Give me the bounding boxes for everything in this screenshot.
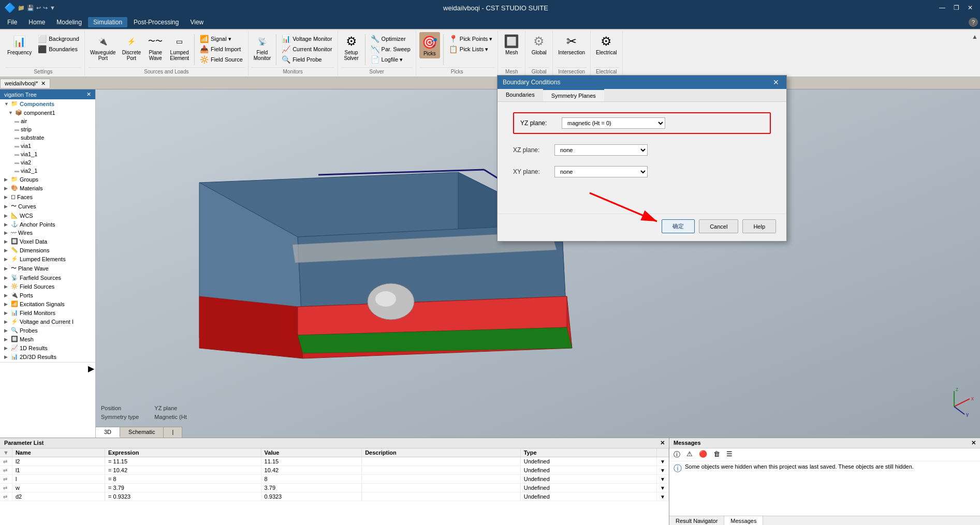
table-row[interactable]: ⇄ w = 3.79 3.79 Undefined ▼ xyxy=(0,484,669,492)
ribbon-collapse-button[interactable]: ▲ xyxy=(972,33,978,40)
ribbon-btn-electrical[interactable]: ⚙ Electrical xyxy=(594,32,619,56)
table-row[interactable]: ⇄ d2 = 0.9323 0.9323 Undefined ▼ xyxy=(0,492,669,501)
ribbon-btn-discrete-port[interactable]: ⚡ DiscretePort xyxy=(120,32,143,62)
nav-tree-close[interactable]: ✕ xyxy=(86,91,91,98)
ribbon-btn-background[interactable]: ⬜Background xyxy=(36,34,81,43)
tree-item-via1[interactable]: ▬ via1 xyxy=(0,142,95,150)
tab-result-navigator[interactable]: Result Navigator xyxy=(669,516,724,525)
ribbon-btn-field-import[interactable]: 📥Field Import xyxy=(198,44,245,54)
tree-item-wires[interactable]: ▶ 〰Wires xyxy=(0,229,95,237)
tree-item-faces[interactable]: ▶ ◻Faces xyxy=(0,192,95,201)
menu-post-processing[interactable]: Post-Processing xyxy=(128,17,184,27)
param-list-close[interactable]: ✕ xyxy=(660,440,665,446)
ribbon-btn-pick-lists[interactable]: 📋Pick Lists ▾ xyxy=(447,44,494,54)
msg-tool-5[interactable]: ☰ xyxy=(724,449,735,460)
tree-item-lumped-elements[interactable]: ▶ ⚡Lumped Elements xyxy=(0,254,95,263)
menu-view[interactable]: View xyxy=(185,17,209,27)
ribbon-btn-field-monitor[interactable]: 📡 FieldMonitor xyxy=(252,32,273,62)
ribbon-btn-intersection[interactable]: ✂ Intersection xyxy=(556,32,587,56)
tree-item-2d3d-results[interactable]: ▶ 📊2D/3D Results xyxy=(0,352,95,361)
tree-item-substrate[interactable]: ▬ substrate xyxy=(0,133,95,142)
ribbon-btn-logfile[interactable]: 📄Logfile ▾ xyxy=(369,55,413,64)
ribbon-btn-optimizer[interactable]: 🔧Optimizer xyxy=(369,34,413,43)
tree-item-strip[interactable]: ▬ strip xyxy=(0,125,95,133)
tree-item-groups[interactable]: ▶ 📁Groups xyxy=(0,175,95,184)
row-expand[interactable]: ▼ xyxy=(660,494,665,500)
file-tab[interactable]: weidailvboqi* ✕ xyxy=(0,79,50,88)
msg-tool-2[interactable]: ⚠ xyxy=(684,449,695,460)
tree-item-ports[interactable]: ▶ 🔌Ports xyxy=(0,291,95,299)
tree-item-component1[interactable]: ▼ 📦 component1 xyxy=(0,108,95,117)
dialog-tab-boundaries[interactable]: Boundaries xyxy=(498,89,543,101)
table-row[interactable]: ⇄ l = 8 8 Undefined ▼ xyxy=(0,475,669,484)
tree-item-farfield-sources[interactable]: ▶ 📡Farfield Sources xyxy=(0,273,95,282)
ribbon-btn-waveguide-port[interactable]: 🔌 WaveguidePort xyxy=(88,32,118,62)
tab-messages[interactable]: Messages xyxy=(724,516,763,525)
maximize-button[interactable]: ❐ xyxy=(950,3,962,12)
close-button[interactable]: ✕ xyxy=(964,3,976,12)
tree-item-field-monitors[interactable]: ▶ 📊Field Monitors xyxy=(0,308,95,317)
tree-item-components[interactable]: ▼ 📁 Components xyxy=(0,99,95,108)
tree-item-wcs[interactable]: ▶ 📐WCS xyxy=(0,211,95,220)
ribbon-btn-plane-wave[interactable]: 〜〜 PlaneWave xyxy=(145,32,166,62)
ribbon-btn-boundaries[interactable]: ⬛Boundaries xyxy=(36,44,81,54)
ribbon-btn-setup-solver[interactable]: ⚙ SetupSolver xyxy=(341,32,362,62)
ribbon-btn-mesh[interactable]: 🔲 Mesh xyxy=(501,32,522,56)
messages-close[interactable]: ✕ xyxy=(971,440,976,446)
tree-item-1d-results[interactable]: ▶ 📈1D Results xyxy=(0,343,95,352)
ribbon-btn-par-sweep[interactable]: 📉Par. Sweep xyxy=(369,44,413,54)
ribbon-btn-pick-points[interactable]: 📍Pick Points ▾ xyxy=(447,34,494,43)
cancel-button[interactable]: Cancel xyxy=(699,219,738,233)
msg-tool-3[interactable]: 🔴 xyxy=(697,449,709,460)
nav-tree-expand-button[interactable]: ▶ xyxy=(88,364,94,373)
tree-item-probes[interactable]: ▶ 🔍Probes xyxy=(0,326,95,335)
yz-plane-select[interactable]: magnetic (Ht = 0) none electric (Et = 0) xyxy=(562,117,665,129)
minimize-button[interactable]: — xyxy=(936,3,948,12)
table-row[interactable]: ⇄ l2 = 11.15 11.15 Undefined ▼ xyxy=(0,457,669,466)
menu-file[interactable]: File xyxy=(2,17,22,27)
table-row[interactable]: ⇄ l1 = 10.42 10.42 Undefined ▼ xyxy=(0,466,669,475)
tree-item-voltage-current[interactable]: ▶ ⚡Voltage and Current I xyxy=(0,317,95,326)
ribbon-btn-field-probe[interactable]: 🔍Field Probe xyxy=(280,55,334,64)
tree-item-mesh[interactable]: ▶ 🔲Mesh xyxy=(0,335,95,343)
tab-schematic[interactable]: Schematic xyxy=(120,427,164,438)
tree-item-anchor-points[interactable]: ▶ ⚓Anchor Points xyxy=(0,220,95,229)
boundary-conditions-dialog[interactable]: Boundary Conditions ✕ Boundaries Symmetr… xyxy=(497,75,787,242)
file-tab-close[interactable]: ✕ xyxy=(41,80,46,87)
ribbon-btn-signal[interactable]: 📶Signal ▾ xyxy=(198,34,245,43)
row-expand[interactable]: ▼ xyxy=(660,485,665,491)
ribbon-btn-voltage-monitor[interactable]: 📊Voltage Monitor xyxy=(280,34,334,43)
help-icon[interactable]: ? xyxy=(969,18,978,27)
menu-home[interactable]: Home xyxy=(23,17,50,27)
ribbon-btn-lumped-element[interactable]: ▭ LumpedElement xyxy=(168,32,191,62)
tree-item-via2[interactable]: ▬ via2 xyxy=(0,158,95,167)
tree-item-dimensions[interactable]: ▶ 📏Dimensions xyxy=(0,246,95,254)
tree-item-plane-wave[interactable]: ▶ 〜Plane Wave xyxy=(0,263,95,273)
ribbon-btn-frequency[interactable]: 📊 Frequency xyxy=(5,32,34,56)
ribbon-btn-global[interactable]: ⚙ Global xyxy=(529,32,549,56)
xy-plane-select[interactable]: none electric (Et = 0) magnetic (Ht = 0) xyxy=(554,166,648,177)
tree-item-curves[interactable]: ▶ 〜Curves xyxy=(0,201,95,211)
row-expand[interactable]: ▼ xyxy=(660,468,665,473)
tree-item-air[interactable]: ▬ air xyxy=(0,117,95,125)
tree-item-via2-1[interactable]: ▬ via2_1 xyxy=(0,167,95,175)
tree-item-via1-1[interactable]: ▬ via1_1 xyxy=(0,150,95,158)
xz-plane-select[interactable]: none electric (Et = 0) magnetic (Ht = 0) xyxy=(554,144,648,156)
tree-item-voxel-data[interactable]: ▶ 🔲Voxel Data xyxy=(0,237,95,246)
menu-simulation[interactable]: Simulation xyxy=(88,17,127,27)
tree-item-materials[interactable]: ▶ 🎨Materials xyxy=(0,184,95,192)
msg-tool-1[interactable]: ⓘ xyxy=(671,449,682,460)
ribbon-btn-current-monitor[interactable]: 📈Current Monitor xyxy=(280,44,334,54)
row-expand[interactable]: ▼ xyxy=(660,459,665,464)
msg-tool-4[interactable]: 🗑 xyxy=(711,449,722,460)
tree-item-field-sources[interactable]: ▶ 🔆Field Sources xyxy=(0,282,95,291)
tab-3d[interactable]: 3D xyxy=(96,427,120,438)
menu-modeling[interactable]: Modeling xyxy=(51,17,87,27)
tree-item-excitation-signals[interactable]: ▶ 📶Excitation Signals xyxy=(0,299,95,308)
dialog-close-button[interactable]: ✕ xyxy=(771,78,781,86)
ribbon-btn-picks[interactable]: 🎯 Picks xyxy=(419,32,440,58)
help-button[interactable]: Help xyxy=(742,219,776,233)
row-expand[interactable]: ▼ xyxy=(660,476,665,482)
dialog-tab-symmetry-planes[interactable]: Symmetry Planes xyxy=(543,89,604,101)
ribbon-btn-field-source[interactable]: 🔆Field Source xyxy=(198,55,245,64)
